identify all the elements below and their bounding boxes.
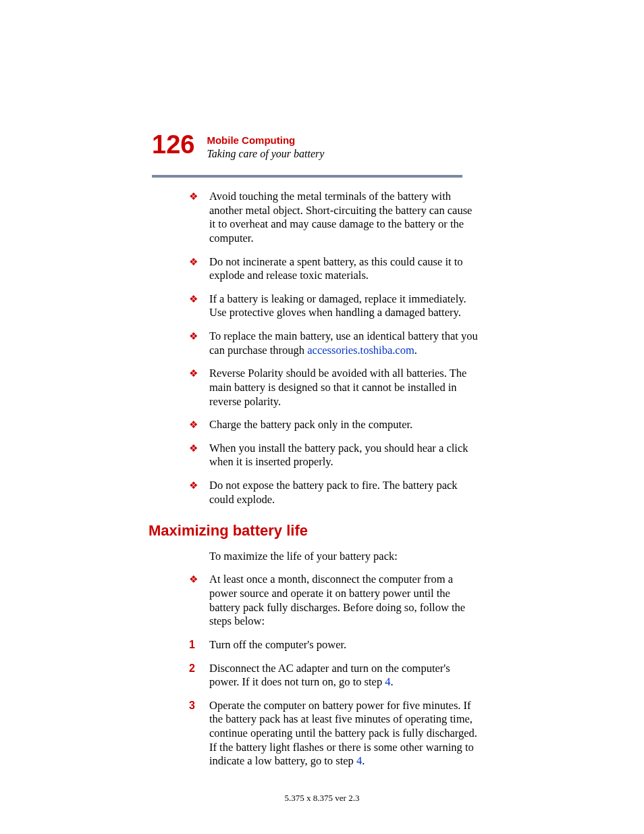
step-text-post: . <box>391 675 394 688</box>
step-text-pre: Disconnect the AC adapter and turn on th… <box>209 662 450 689</box>
list-item: Charge the battery pack only in the comp… <box>189 418 479 432</box>
bullet-text: Do not incinerate a spent battery, as th… <box>209 255 463 282</box>
bullet-text: Charge the battery pack only in the comp… <box>209 418 412 431</box>
section-heading-maximizing: Maximizing battery life <box>149 521 479 540</box>
list-item: 2 Disconnect the AC adapter and turn on … <box>189 662 479 689</box>
bullet-text: Reverse Polarity should be avoided with … <box>209 367 466 407</box>
list-item: Reverse Polarity should be avoided with … <box>189 367 479 409</box>
list-item: 3 Operate the computer on battery power … <box>189 699 479 768</box>
bullet-text-post: . <box>414 344 417 357</box>
page-header: 126 Mobile Computing Taking care of your… <box>152 132 556 160</box>
step-text-post: . <box>362 754 365 767</box>
list-item: Avoid touching the metal terminals of th… <box>189 190 479 246</box>
bullet-text: If a battery is leaking or damaged, repl… <box>209 292 466 319</box>
list-item: 1 Turn off the computer's power. <box>189 638 479 652</box>
step-number: 3 <box>189 699 195 712</box>
maxlife-bullet-list: At least once a month, disconnect the co… <box>189 573 479 629</box>
list-item: Do not incinerate a spent battery, as th… <box>189 255 479 283</box>
bullet-text: When you install the battery pack, you s… <box>209 442 468 469</box>
header-text-block: Mobile Computing Taking care of your bat… <box>207 132 324 160</box>
page-number: 126 <box>152 132 194 157</box>
intro-paragraph: To maximize the life of your battery pac… <box>189 550 479 564</box>
page-content: Avoid touching the metal terminals of th… <box>189 190 479 768</box>
list-item: If a battery is leaking or damaged, repl… <box>189 292 479 320</box>
bullet-text: Do not expose the battery pack to fire. … <box>209 479 458 506</box>
step-link[interactable]: 4 <box>385 675 390 688</box>
safety-bullet-list: Avoid touching the metal terminals of th… <box>189 190 479 506</box>
step-text: Turn off the computer's power. <box>209 638 346 651</box>
step-number: 1 <box>189 638 195 652</box>
list-item: At least once a month, disconnect the co… <box>189 573 479 629</box>
steps-list: 1 Turn off the computer's power. 2 Disco… <box>189 638 479 768</box>
document-page: 126 Mobile Computing Taking care of your… <box>0 0 644 834</box>
list-item: When you install the battery pack, you s… <box>189 442 479 469</box>
section-subtitle: Taking care of your battery <box>207 148 324 160</box>
header-divider <box>152 175 462 178</box>
bullet-text: Avoid touching the metal terminals of th… <box>209 190 472 244</box>
step-link[interactable]: 4 <box>356 754 362 767</box>
accessories-link[interactable]: accessories.toshiba.com <box>307 344 414 357</box>
chapter-title: Mobile Computing <box>207 134 324 147</box>
page-footer: 5.375 x 8.375 ver 2.3 <box>0 793 644 804</box>
bullet-text: At least once a month, disconnect the co… <box>209 573 465 627</box>
step-number: 2 <box>189 662 195 675</box>
step-text-pre: Operate the computer on battery power fo… <box>209 699 477 768</box>
list-item: To replace the main battery, use an iden… <box>189 330 479 357</box>
list-item: Do not expose the battery pack to fire. … <box>189 479 479 506</box>
